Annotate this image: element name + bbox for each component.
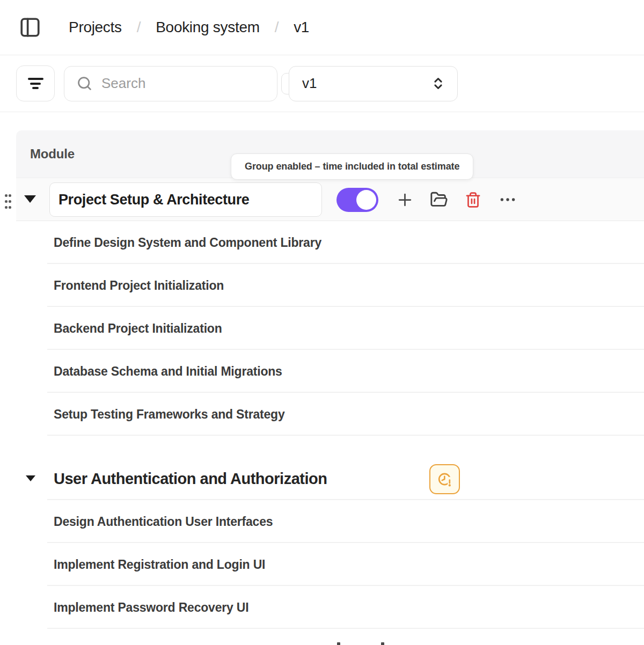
cutoff-text-fragment <box>381 642 384 645</box>
time-estimate-badge[interactable] <box>429 464 460 494</box>
filter-button[interactable] <box>16 65 55 101</box>
folder-button[interactable] <box>429 190 449 209</box>
plus-icon <box>396 191 414 209</box>
task-row[interactable]: Implement Password Recovery UI <box>16 586 644 629</box>
task-label: Implement Password Recovery UI <box>54 600 248 615</box>
search-icon <box>76 75 93 92</box>
task-row[interactable]: Database Schema and Initial Migrations <box>16 350 644 393</box>
task-row[interactable]: Define Design System and Component Libra… <box>16 221 644 264</box>
task-row[interactable]: Frontend Project Initialization <box>16 264 644 307</box>
group-enabled-toggle[interactable] <box>336 188 378 212</box>
toolbar: ⌘ F v1 <box>0 55 644 112</box>
task-label: Implement Registration and Login UI <box>54 558 265 572</box>
task-row[interactable]: Implement Registration and Login UI <box>16 543 644 586</box>
cutoff-text-fragment <box>337 642 340 645</box>
task-label: Backend Project Initialization <box>54 321 222 336</box>
tooltip-text: Group enabled – time included in total e… <box>245 161 459 172</box>
panel-left-icon <box>19 16 41 39</box>
task-row[interactable]: Design Authentication User Interfaces <box>16 500 644 543</box>
task-label: Frontend Project Initialization <box>54 278 224 293</box>
trash-icon <box>465 192 481 208</box>
breadcrumb-separator: / <box>275 19 279 36</box>
breadcrumb: Projects / Booking system / v1 <box>69 19 309 36</box>
task-label: Design Authentication User Interfaces <box>54 515 273 529</box>
add-task-button[interactable] <box>395 190 414 209</box>
breadcrumb-v1[interactable]: v1 <box>294 19 309 36</box>
task-row[interactable]: Setup Testing Frameworks and Strategy <box>16 393 644 436</box>
group-spacer <box>16 436 644 457</box>
version-select-value: v1 <box>302 75 317 92</box>
toggle-knob <box>356 190 376 210</box>
group-name-input[interactable] <box>49 182 322 217</box>
filter-icon <box>28 78 43 89</box>
breadcrumb-booking-system[interactable]: Booking system <box>156 19 259 36</box>
version-select[interactable]: v1 <box>289 66 458 101</box>
task-label: Database Schema and Initial Migrations <box>54 364 282 379</box>
ellipsis-icon <box>499 190 517 209</box>
sidebar-toggle-button[interactable] <box>18 16 42 39</box>
search-box[interactable]: ⌘ F <box>64 66 277 101</box>
app-header: Projects / Booking system / v1 <box>0 0 644 55</box>
breadcrumb-separator: / <box>137 19 141 36</box>
collapse-triangle-icon[interactable] <box>26 475 35 481</box>
more-actions-button[interactable] <box>498 190 517 209</box>
delete-group-button[interactable] <box>463 190 482 209</box>
folder-open-icon <box>430 190 448 209</box>
task-label: Define Design System and Component Libra… <box>54 236 321 250</box>
chevrons-up-down-icon <box>431 76 445 91</box>
collapse-triangle-icon[interactable] <box>24 195 36 203</box>
group-toggle-tooltip: Group enabled – time included in total e… <box>231 153 473 180</box>
partial-next-row <box>16 629 644 645</box>
task-row[interactable]: Backend Project Initialization <box>16 307 644 350</box>
group-title: User Authentication and Authorization <box>54 470 327 488</box>
module-table: Module Group enabled – time included in … <box>16 130 644 645</box>
breadcrumb-projects[interactable]: Projects <box>69 19 122 36</box>
clock-alert-icon <box>436 471 453 488</box>
group-row-user-auth: User Authentication and Authorization <box>16 457 644 500</box>
drag-handle-icon[interactable] <box>4 193 12 210</box>
task-label: Setup Testing Frameworks and Strategy <box>54 407 285 422</box>
group-row-project-setup <box>16 178 644 221</box>
search-input[interactable] <box>101 75 281 92</box>
module-header-label: Module <box>30 146 75 162</box>
